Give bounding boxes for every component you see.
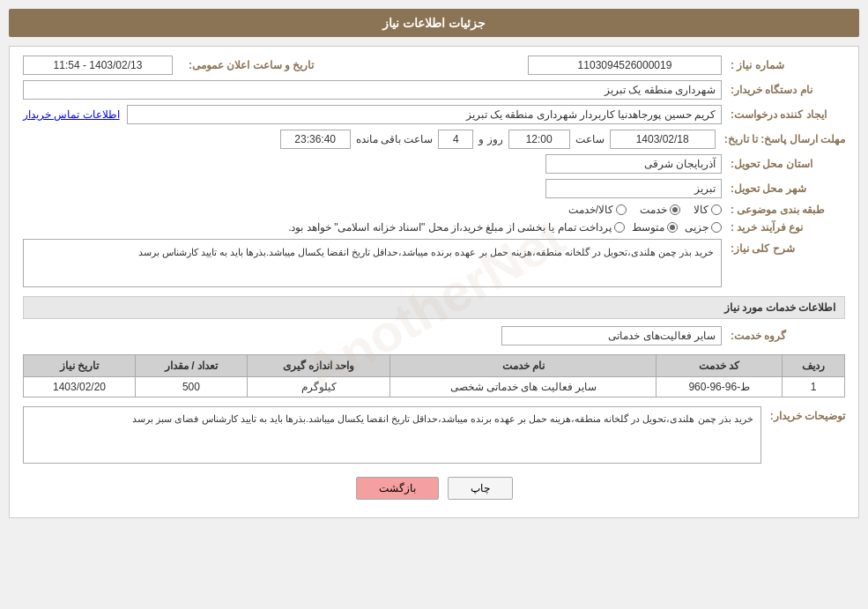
category-kala-label: کالا (694, 204, 708, 216)
page-header: جزئیات اطلاعات نیاز (9, 9, 859, 37)
category-radio-group: کالا خدمت کالا/خدمت (23, 204, 722, 216)
deadline-remaining: 23:36:40 (280, 130, 351, 149)
process-label: نوع فرآیند خرید : (722, 221, 845, 234)
category-label: طبقه بندی موضوعی : (722, 204, 845, 216)
deadline-days: 4 (438, 130, 473, 149)
service-group-value: سایر فعالیت‌های خدماتی (501, 326, 722, 345)
process-asnad-label: پرداخت تمام یا بخشی از مبلغ خرید،از محل … (288, 221, 612, 234)
process-radio-group: جزیی متوسط پرداخت تمام یا بخشی از مبلغ خ… (23, 221, 722, 234)
buyer-org-label: نام دستگاه خریدار: (722, 84, 845, 96)
category-option-both[interactable]: کالا/خدمت (568, 204, 627, 216)
buyer-desc-label: توضیحات خریدار: (761, 406, 845, 422)
back-button[interactable]: بازگشت (356, 477, 439, 500)
deadline-remaining-label: ساعت باقی مانده (356, 133, 434, 145)
process-row: نوع فرآیند خرید : جزیی متوسط پرداخت تمام… (23, 221, 845, 234)
category-option-kala[interactable]: کالا (694, 204, 722, 216)
service-group-label: گروه خدمت: (722, 330, 845, 342)
cell-service-name: سایر فعالیت های خدماتی شخصی (390, 377, 657, 397)
deadline-label: مهلت ارسال پاسخ: تا تاریخ: (716, 133, 845, 145)
col-row-num: ردیف (783, 355, 845, 377)
cell-unit: کیلوگرم (247, 377, 390, 397)
button-row: چاپ بازگشت (23, 477, 845, 500)
process-motavasset-label: متوسط (632, 221, 664, 234)
services-section-title: اطلاعات خدمات مورد نیاز (23, 296, 845, 319)
category-both-label: کالا/خدمت (568, 204, 613, 216)
deadline-time: 12:00 (508, 130, 570, 149)
cell-service-code: ط-96-96-960 (657, 377, 783, 397)
category-option-khedmat[interactable]: خدمت (640, 204, 680, 216)
deadline-date: 1403/02/18 (610, 130, 716, 149)
cell-row-num: 1 (783, 377, 845, 397)
process-radio-jozi (711, 222, 722, 233)
services-table-container: ردیف کد خدمت نام خدمت واحد اندازه گیری ت… (23, 354, 845, 397)
table-row: 1 ط-96-96-960 سایر فعالیت های خدماتی شخص… (24, 377, 845, 397)
buyer-org-row: نام دستگاه خریدار: شهرداری منطقه یک تبری… (23, 80, 845, 100)
category-radio-kala (711, 204, 722, 215)
creator-row: ایجاد کننده درخواست: کریم حسین پورجاهدنی… (23, 105, 845, 124)
need-number-value: 1103094526000019 (528, 56, 722, 75)
process-option-jozi[interactable]: جزیی (685, 221, 722, 234)
col-unit: واحد اندازه گیری (247, 355, 390, 377)
province-value: آذربایجان شرقی (545, 154, 722, 174)
creator-value: کریم حسین پورجاهدنیا کاربردار شهرداری من… (127, 105, 722, 124)
city-label: شهر محل تحویل: (722, 182, 845, 195)
province-row: استان محل تحویل: آذربایجان شرقی (23, 154, 845, 174)
process-radio-asnad (614, 222, 625, 233)
category-row: طبقه بندی موضوعی : کالا خدمت کالا/خدمت (23, 204, 845, 216)
service-group-row: گروه خدمت: سایر فعالیت‌های خدماتی (23, 326, 845, 345)
cell-date: 1403/02/20 (24, 377, 136, 397)
category-khedmat-label: خدمت (640, 204, 667, 216)
col-quantity: تعداد / مقدار (135, 355, 247, 377)
general-desc-text: خرید بذر چمن هلندی،تحویل در گلخانه منطقه… (23, 239, 722, 287)
general-desc-label: شرح کلی نیاز: (722, 239, 845, 255)
deadline-days-label: روز و (479, 133, 502, 145)
city-row: شهر محل تحویل: تبریز (23, 179, 845, 198)
process-option-motavasset[interactable]: متوسط (632, 221, 678, 234)
need-number-row: شماره نیاز : 1103094526000019 تاریخ و سا… (23, 56, 845, 75)
col-date: تاریخ نیاز (24, 355, 136, 377)
category-radio-khedmat (670, 204, 680, 215)
buyer-desc-section: توضیحات خریدار: خرید بذر چمن هلندی،تحویل… (23, 406, 845, 464)
process-jozi-label: جزیی (685, 221, 708, 234)
contact-link[interactable]: اطلاعات تماس خریدار (23, 108, 120, 121)
city-value: تبریز (545, 179, 722, 198)
print-button[interactable]: چاپ (448, 477, 513, 500)
buyer-desc-text: خرید بذر چمن هلندی،تحویل در گلخانه منطقه… (23, 406, 761, 464)
services-table: ردیف کد خدمت نام خدمت واحد اندازه گیری ت… (23, 354, 845, 397)
need-number-label: شماره نیاز : (722, 59, 845, 71)
creator-label: ایجاد کننده درخواست: (722, 108, 845, 121)
process-radio-motavasset (667, 222, 678, 233)
general-desc-row: شرح کلی نیاز: خرید بذر چمن هلندی،تحویل د… (23, 239, 845, 287)
announce-date-label: تاریخ و ساعت اعلان عمومی: (180, 59, 314, 71)
deadline-time-label: ساعت (575, 133, 605, 145)
buyer-org-value: شهرداری منطقه یک تبریز (23, 80, 722, 100)
announce-date-value: 1403/02/13 - 11:54 (23, 56, 173, 75)
category-radio-both (616, 204, 627, 215)
cell-quantity: 500 (135, 377, 247, 397)
col-service-name: نام خدمت (390, 355, 657, 377)
deadline-row: مهلت ارسال پاسخ: تا تاریخ: 1403/02/18 سا… (23, 130, 845, 149)
col-service-code: کد خدمت (657, 355, 783, 377)
process-option-asnad[interactable]: پرداخت تمام یا بخشی از مبلغ خرید،از محل … (23, 221, 625, 234)
province-label: استان محل تحویل: (722, 158, 845, 170)
